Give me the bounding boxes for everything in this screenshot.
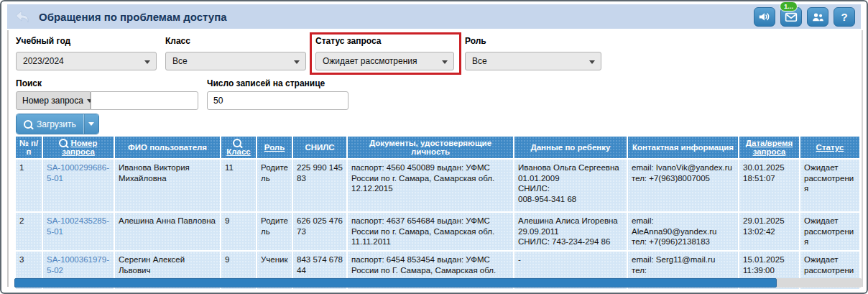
help-button[interactable]: ? [834,7,855,27]
cell-child-data: Алешина Алиса Игоревна29.09.2011СНИЛС: 7… [514,213,628,252]
col-snils: СНИЛС [293,137,348,160]
cell-request-number: SA-1000299686-5-01 [43,160,115,213]
school-year-value: 2023/2024 [23,56,64,66]
filter-label: Учебный год [16,36,157,46]
requests-table: № п/пНомер запросаФИО пользователяКлассР… [16,137,861,290]
users-button[interactable] [807,7,828,27]
cell-snils: 626 025 476 73 [293,213,348,252]
filter-label: Класс [165,36,306,46]
load-button-label: Загрузить [37,119,76,129]
announcements-button[interactable] [754,7,775,27]
app-window: Обращения по проблемам доступа 1... [0,0,868,294]
request-status-select[interactable]: Ожидает рассмотрения [315,52,454,70]
chevron-down-icon [294,60,300,64]
col-row-number: № п/п [16,137,43,160]
search-field-value: Номер запроса [22,92,83,109]
col-role[interactable]: Роль [257,137,293,160]
filter-request-status: Статус запроса Ожидает рассмотрения [315,36,454,70]
cell-request-number: SA-1002435285-5-01 [43,213,115,252]
chevron-down-icon [442,60,448,64]
panel-left-edge [7,30,9,287]
load-split-button: Загрузить [16,114,99,134]
col-child-data: Данные по ребенку [514,137,628,160]
cell-snils: 225 990 145 83 [293,160,348,213]
titlebar: Обращения по проблемам доступа 1... [7,4,861,29]
col-user-name: ФИО пользователя [115,137,221,160]
back-arrow-icon[interactable] [13,9,32,24]
chevron-down-icon [88,122,94,126]
col-class[interactable]: Класс [221,137,257,160]
search-icon [24,120,32,129]
cell-user-name: Иванова Виктория Михайловна [115,160,221,213]
cell-user-name: Алешина Анна Павловна [115,213,221,252]
question-icon: ? [841,12,847,22]
cell-contact-info: email: IvanoVik@yandex.ruтел: +7(963)800… [628,160,739,213]
cell-identity-documents: паспорт: 4637 654684 выдан: УФМС России … [348,213,514,252]
cell-class: 11 [221,160,257,213]
chevron-down-icon [144,60,150,64]
cell-status: Ожидает рассмотрения [800,160,861,213]
page-size-input[interactable] [207,91,348,110]
envelope-icon [785,12,798,22]
cell-row-number: 2 [16,213,43,252]
role-value: Все [472,56,487,66]
request-number-link[interactable]: SA-1000361979-5-02 [47,255,109,275]
cell-child-data: Иванова Ольга Сергеевна01.01.2009СНИЛС:0… [514,160,628,213]
search-input[interactable] [91,91,198,110]
col-identity-documents: Документы, удостоверяющие личность [348,137,514,160]
class-select[interactable]: Все [165,52,306,70]
table-row: 2SA-1002435285-5-01Алешина Анна Павловна… [16,213,861,252]
role-select[interactable]: Все [465,52,601,70]
cell-class: 9 [221,213,257,252]
load-button[interactable]: Загрузить [17,114,83,134]
request-number-link[interactable]: SA-1002435285-5-01 [47,216,109,236]
request-number-link[interactable]: SA-1000299686-5-01 [47,163,109,183]
filter-role: Роль Все [465,36,601,70]
page-title: Обращения по проблемам доступа [39,11,227,23]
col-status[interactable]: Статус [800,137,861,160]
col-request-datetime[interactable]: Дата/время запроса [739,137,800,160]
load-options-button[interactable] [83,114,98,134]
cell-identity-documents: паспорт: 4560 450089 выдан: УФМС России … [348,160,514,213]
table-body: 1SA-1000299686-5-01Иванова Виктория Миха… [16,160,861,290]
cell-role: Родитель [257,213,293,252]
mail-button[interactable]: 1... [780,7,802,27]
class-value: Все [172,56,188,66]
people-icon [811,12,824,22]
cell-request-datetime: 30.01.202518:51:07 [739,160,800,213]
col-contact-info: Контактная информация [628,137,739,160]
request-status-value: Ожидает рассмотрения [323,56,417,66]
megaphone-icon [758,11,771,22]
cell-role: Родитель [257,160,293,213]
search-icon [59,139,68,147]
cell-request-datetime: 29.01.202513:02:42 [739,213,800,252]
filter-label: Роль [465,36,601,46]
horizontal-scrollbar-track[interactable] [14,278,862,288]
cell-status: Ожидает рассмотрения [800,213,861,252]
chevron-down-icon [589,60,595,64]
cell-row-number: 1 [16,160,43,213]
hscrollbar-thumb[interactable] [14,278,777,288]
table-header-row: № п/пНомер запросаФИО пользователяКлассР… [16,137,861,160]
filter-label: Статус запроса [315,36,454,46]
search-icon [233,139,241,147]
cell-contact-info: email:AleAnna90@yandex.ruтел: +7(996)213… [628,213,739,252]
table-row: 1SA-1000299686-5-01Иванова Виктория Миха… [16,160,861,213]
search-field-selector[interactable]: Номер запроса [16,91,91,110]
mail-unread-badge: 1... [780,1,798,12]
titlebar-buttons: 1... ? [754,7,855,27]
school-year-select[interactable]: 2023/2024 [16,52,157,70]
panel-right-edge [862,30,863,287]
page-size-label: Число записей на странице [207,78,325,88]
filter-class: Класс Все [165,36,306,70]
search-label: Поиск [16,78,42,88]
col-request-number[interactable]: Номер запроса [43,137,115,160]
filter-school-year: Учебный год 2023/2024 [16,36,157,70]
